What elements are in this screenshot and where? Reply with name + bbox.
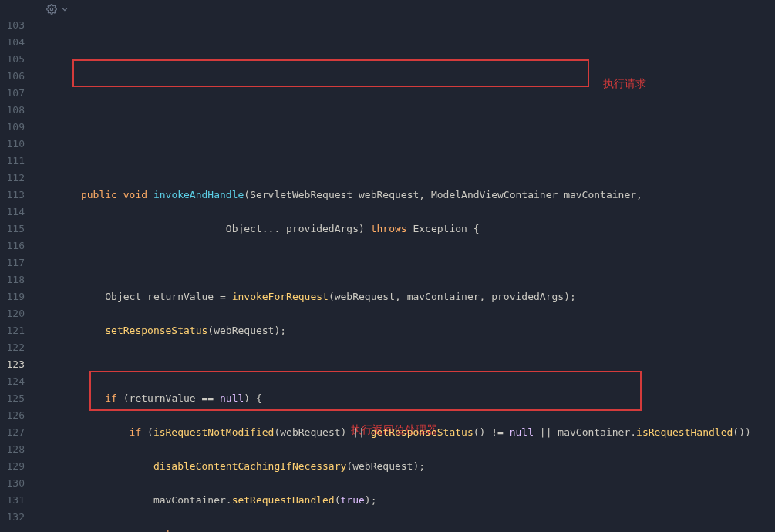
line-number: 131 (0, 492, 25, 509)
code-line: if (isRequestNotModified(webRequest) || … (45, 424, 775, 441)
line-number: 104 (0, 34, 25, 51)
line-number: 108 (0, 102, 25, 119)
line-number: 107 (0, 85, 25, 102)
line-number: 123 (0, 356, 25, 373)
line-gutter: 1031041051061071081091101111121131141151… (0, 17, 31, 532)
line-number: 113 (0, 187, 25, 204)
line-number: 120 (0, 305, 25, 322)
line-number: 105 (0, 51, 25, 68)
line-number: 115 (0, 221, 25, 237)
line-number: 103 (0, 17, 25, 34)
code-line: disableContentCachingIfNecessary(webRequ… (45, 458, 775, 475)
line-number: 112 (0, 170, 25, 187)
code-line (45, 254, 775, 271)
line-number: 118 (0, 271, 25, 288)
annotation-1: 执行请求 (603, 75, 646, 92)
code-line: if (returnValue == null) { (45, 390, 775, 407)
svg-point-0 (50, 8, 53, 11)
line-number: 109 (0, 119, 25, 136)
line-number: 121 (0, 322, 25, 339)
line-number: 132 (0, 509, 25, 526)
editor-toolbar (0, 0, 775, 17)
code-line: return; (45, 526, 775, 532)
code-line: public void invokeAndHandle(ServletWebRe… (45, 187, 775, 204)
settings-icon[interactable] (46, 2, 68, 14)
line-number: 127 (0, 424, 25, 441)
line-number: 111 (0, 153, 25, 170)
line-number: 130 (0, 475, 25, 492)
code-line: Object... providedArgs) throws Exception… (45, 221, 775, 237)
line-number: 124 (0, 373, 25, 390)
code-editor[interactable]: 1031041051061071081091101111121131141151… (0, 17, 775, 532)
line-number: 114 (0, 204, 25, 221)
code-line (45, 356, 775, 373)
line-number: 128 (0, 441, 25, 458)
highlight-box-1 (72, 59, 589, 87)
line-number: 125 (0, 390, 25, 407)
line-number: 122 (0, 339, 25, 356)
line-number: 116 (0, 237, 25, 254)
line-number: 117 (0, 254, 25, 271)
line-number: 119 (0, 288, 25, 305)
code-line: mavContainer.setRequestHandled(true); (45, 492, 775, 509)
code-area[interactable]: 执行请求 执行返回值处理器 public void invokeAndHandl… (31, 17, 775, 532)
line-number: 110 (0, 136, 25, 153)
line-number: 129 (0, 458, 25, 475)
line-number: 126 (0, 407, 25, 424)
code-line: setResponseStatus(webRequest); (45, 322, 775, 339)
code-line: Object returnValue = invokeForRequest(we… (45, 288, 775, 305)
line-number: 106 (0, 68, 25, 85)
